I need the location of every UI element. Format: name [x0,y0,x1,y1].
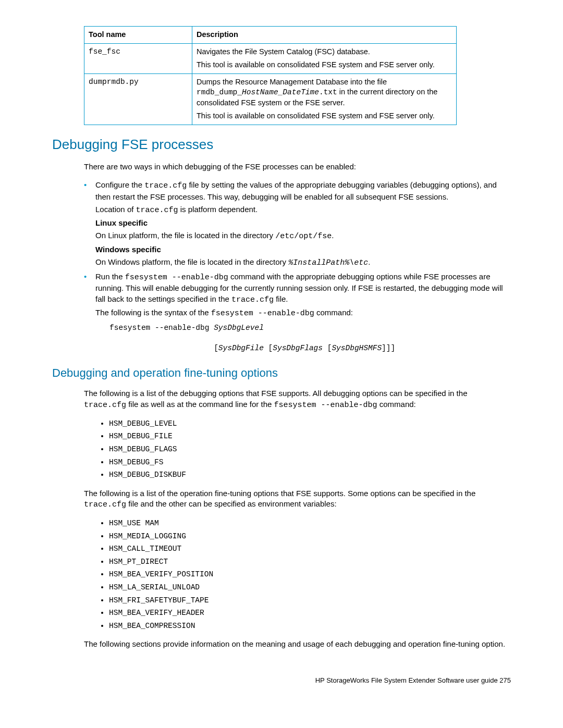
windows-text: On Windows platform, the file is located… [95,257,511,268]
list-item: HSM_DEBUG_LEVEL [109,418,511,429]
page-footer: HP StorageWorks File System Extender Sof… [52,676,511,685]
ft-paragraph-1: The following is a list of the debugging… [84,388,511,411]
row1-tool: fse_fsc [84,43,192,73]
windows-heading: Windows specific [95,244,511,255]
row1-desc: Navigates the File System Catalog (FSC) … [192,43,457,73]
method-2-p2: The following is the syntax of the fsesy… [95,307,511,319]
method-1-p1: Configure the trace.cfg file by setting … [95,180,511,202]
list-item: HSM_PT_DIRECT [109,557,511,567]
code-syntax: fsesystem --enable-dbg SysDbgLevel [SysD… [109,323,511,354]
row1-p1: Navigates the File System Catalog (FSC) … [197,47,452,57]
th-tool: Tool name [84,27,192,44]
list-item: HSM_DEBUG_FLAGS [109,444,511,455]
row1-p2: This tool is available on consolidated F… [197,60,452,70]
list-item: HSM_DEBUG_FS [109,457,511,468]
intro-paragraph: There are two ways in which debugging of… [84,162,511,172]
row2-tool: dumprmdb.py [84,73,192,125]
row2-p1: Dumps the Resource Management Database i… [197,77,452,108]
list-item: HSM_BEA_COMPRESSION [109,621,511,632]
linux-text: On Linux platform, the file is located i… [95,230,511,242]
heading-finetuning: Debugging and operation fine-tuning opti… [52,365,511,381]
row2-desc: Dumps the Resource Management Database i… [192,73,457,125]
list-item: HSM_BEA_VERIFY_POSITION [109,569,511,580]
final-paragraph: The following sections provide informati… [84,639,511,649]
row2-p2: This tool is available on consolidated F… [197,111,452,121]
list-item: HSM_USE MAM [109,518,511,529]
linux-heading: Linux specific [95,218,511,228]
method-2-p1: Run the fsesystem --enable-dbg command w… [95,272,511,305]
list-item: HSM_FRI_SAFETYBUF_TAPE [109,595,511,606]
ft-paragraph-2: The following is a list of the operation… [84,488,511,511]
list-item: HSM_DEBUG_DISKBUF [109,470,511,480]
debug-options-list: HSM_DEBUG_LEVEL HSM_DEBUG_FILE HSM_DEBUG… [84,418,511,480]
method-list: Configure the trace.cfg file by setting … [84,180,511,319]
list-item: HSM_DEBUG_FILE [109,431,511,442]
tool-table: Tool name Description fse_fsc Navigates … [84,26,457,125]
method-1-p2: Location of trace.cfg is platform depend… [95,204,511,216]
list-item: HSM_BEA_VERIFY_HEADER [109,608,511,619]
list-item: HSM_MEDIA_LOGGING [109,531,511,542]
method-2: Run the fsesystem --enable-dbg command w… [84,272,511,319]
tuning-options-list: HSM_USE MAM HSM_MEDIA_LOGGING HSM_CALL_T… [84,518,511,631]
list-item: HSM_CALL_TIMEOUT [109,544,511,554]
list-item: HSM_LA_SERIAL_UNLOAD [109,582,511,593]
th-desc: Description [192,27,457,44]
heading-debugging-fse: Debugging FSE processes [52,135,511,154]
method-1: Configure the trace.cfg file by setting … [84,180,511,268]
